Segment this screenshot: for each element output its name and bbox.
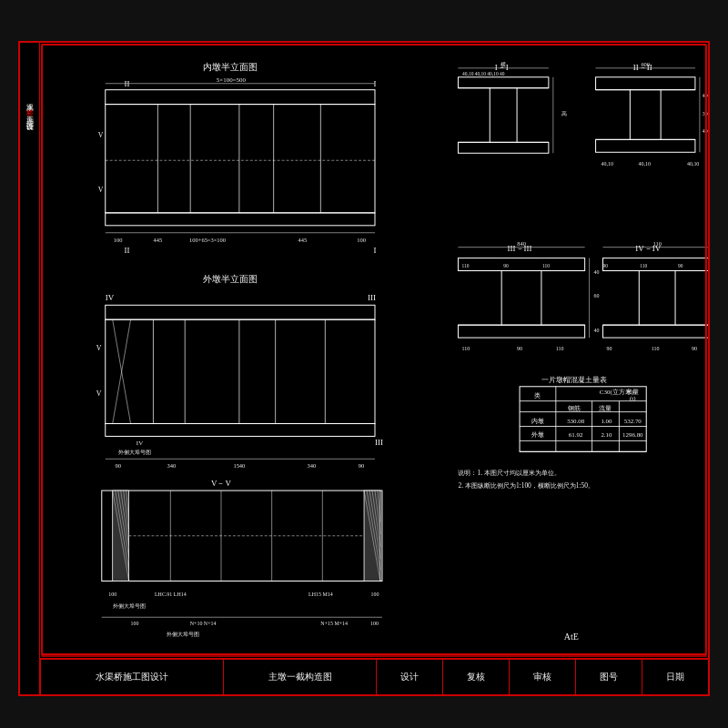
svg-text:N+10 N+14: N+10 N+14: [190, 621, 217, 626]
design-cell: 设计: [377, 660, 443, 694]
svg-text:40,10 40,10 40,10 40: 40,10 40,10 40,10 40: [462, 71, 505, 76]
svg-text:90: 90: [692, 346, 697, 351]
svg-rect-94: [596, 77, 695, 90]
svg-rect-96: [596, 139, 695, 152]
svg-rect-6: [106, 105, 375, 213]
main-svg: 内墩半立面图 II I 5×100=500: [40, 43, 708, 658]
drawing-container: 水渠 桥 施工 图设计 内墩半立面图 II I 5×1: [18, 41, 710, 696]
svg-text:100+65=3×100: 100+65=3×100: [189, 237, 226, 243]
svg-text:100: 100: [108, 592, 116, 597]
svg-text:100: 100: [114, 237, 123, 243]
svg-text:说明：1. 本图尺寸均以厘米为单位。: 说明：1. 本图尺寸均以厘米为单位。: [458, 469, 560, 477]
svg-text:N+15 M+14: N+15 M+14: [320, 621, 348, 626]
svg-rect-27: [106, 305, 375, 319]
svg-text:2.10: 2.10: [601, 431, 612, 439]
project-title-cell: 水渠桥施工图设计: [40, 660, 224, 694]
svg-text:1.00: 1.00: [601, 418, 612, 425]
svg-rect-133: [603, 325, 708, 338]
svg-text:钢筋: 钢筋: [567, 405, 581, 412]
design-label: 设计: [400, 671, 419, 683]
svg-text:61.92: 61.92: [569, 431, 583, 439]
svg-text:外侧大埠号图: 外侧大埠号图: [113, 602, 146, 609]
svg-rect-111: [458, 258, 584, 271]
svg-text:90: 90: [517, 346, 522, 351]
svg-rect-132: [639, 271, 675, 326]
svg-text:V: V: [98, 131, 104, 139]
svg-text:60: 60: [594, 293, 600, 298]
inner-elevation-title: 内墩半立面图: [203, 62, 258, 72]
svg-text:530.08: 530.08: [567, 418, 585, 425]
svg-text:110: 110: [461, 346, 470, 351]
svg-text:IV: IV: [136, 440, 143, 447]
svg-text:445: 445: [298, 237, 308, 243]
svg-text:445: 445: [154, 237, 163, 243]
svg-text:2. 本图纵断比例尺为1:100，横断比例尺为1:50。: 2. 本图纵断比例尺为1:100，横断比例尺为1:50。: [458, 481, 594, 490]
svg-rect-28: [106, 319, 375, 423]
svg-text:100: 100: [131, 621, 139, 626]
svg-text:V－V: V－V: [211, 479, 231, 488]
main-drawing-area: 内墩半立面图 II I 5×100=500: [40, 43, 708, 658]
svg-text:流量: 流量: [599, 405, 612, 412]
svg-text:外墩半立面图: 外墩半立面图: [203, 274, 258, 284]
svg-text:40,10: 40,10: [639, 161, 651, 167]
svg-text:外侧大埠号图: 外侧大埠号图: [167, 632, 199, 637]
svg-rect-113: [458, 325, 584, 338]
svg-text:532.70: 532.70: [624, 418, 642, 425]
svg-text:90: 90: [115, 462, 120, 469]
svg-rect-95: [630, 90, 661, 140]
svg-text:内墩: 内墩: [531, 418, 544, 425]
svg-text:110: 110: [652, 240, 661, 247]
svg-text:外侧大埠号图: 外侧大埠号图: [118, 449, 151, 455]
svg-text:100: 100: [370, 621, 379, 626]
svg-rect-81: [458, 77, 548, 88]
review-cell: 复核: [443, 660, 510, 694]
svg-text:V: V: [96, 389, 102, 398]
svg-text:II: II: [125, 246, 130, 255]
svg-text:LH15 M14: LH15 M14: [308, 592, 333, 597]
page: 水渠 桥 施工 图设计 内墩半立面图 II I 5×1: [0, 0, 728, 728]
svg-text:AtE: AtE: [564, 632, 579, 642]
drawing-name-cell: 主墩一截构造图: [224, 660, 378, 694]
svg-text:V: V: [96, 344, 102, 352]
svg-text:840: 840: [517, 240, 526, 247]
svg-text:110: 110: [640, 263, 647, 268]
svg-text:110: 110: [652, 346, 660, 351]
bottom-bar: 水渠桥施工图设计 主墩一截构造图 设计 复核 审核 图号 日期: [40, 658, 708, 694]
svg-text:90: 90: [678, 263, 683, 268]
svg-text:一片墩帽混凝土量表: 一片墩帽混凝土量表: [541, 376, 607, 384]
svg-text:(t): (t): [630, 395, 636, 402]
svg-text:40,10: 40,10: [602, 161, 613, 167]
svg-text:90: 90: [606, 346, 612, 351]
svg-rect-112: [501, 271, 541, 326]
svg-text:340: 340: [308, 462, 317, 469]
approve-cell: 审核: [510, 660, 576, 694]
svg-rect-82: [490, 88, 517, 143]
date-label: 日期: [666, 671, 684, 683]
left-strip: 水渠 桥 施工 图设计: [20, 43, 40, 694]
svg-text:V: V: [98, 186, 104, 194]
drawing-no-label: 图号: [600, 671, 618, 683]
svg-text:III: III: [375, 438, 383, 447]
drawing-no-cell: 图号: [576, 660, 642, 694]
svg-text:IV: IV: [106, 293, 115, 302]
svg-text:110: 110: [461, 263, 469, 268]
svg-text:100: 100: [371, 592, 379, 597]
svg-text:340: 340: [167, 462, 176, 469]
drawing-name: 主墩一截构造图: [268, 671, 332, 683]
svg-text:外墩: 外墩: [531, 431, 544, 439]
svg-rect-131: [603, 258, 708, 271]
svg-text:LHC.91 LH14: LHC.91 LH14: [155, 592, 187, 597]
svg-text:横: 横: [500, 61, 506, 67]
svg-rect-3: [106, 90, 375, 105]
approve-label: 审核: [533, 671, 551, 683]
review-label: 复核: [467, 671, 485, 683]
svg-rect-38: [106, 424, 375, 437]
svg-text:110: 110: [542, 263, 550, 268]
svg-text:40,10: 40,10: [687, 161, 699, 167]
svg-text:100: 100: [357, 237, 366, 243]
svg-text:90: 90: [359, 462, 364, 469]
svg-text:110: 110: [556, 346, 564, 351]
svg-text:高: 高: [561, 110, 567, 116]
svg-rect-15: [106, 213, 375, 226]
svg-text:类: 类: [534, 392, 541, 399]
